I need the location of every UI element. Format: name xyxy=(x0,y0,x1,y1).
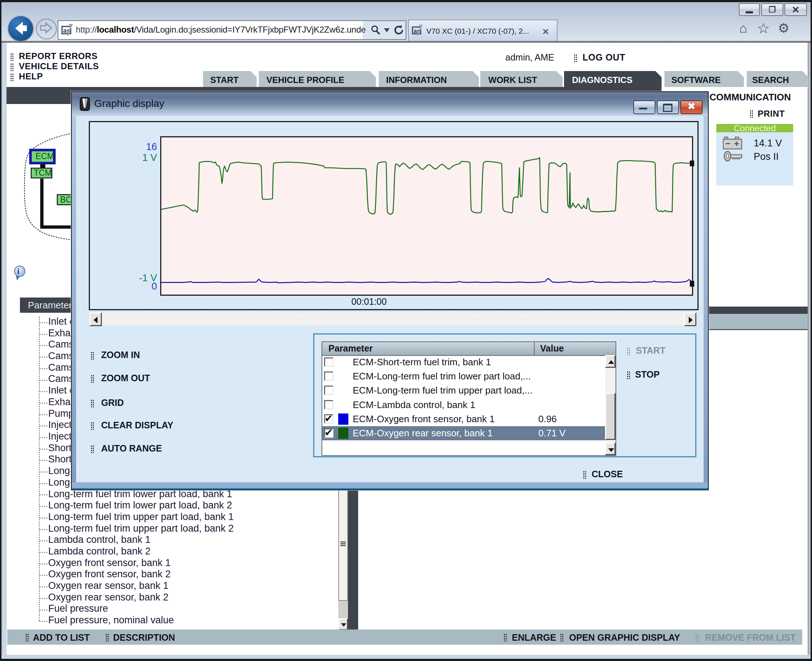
svg-text:TCM: TCM xyxy=(34,168,52,177)
svg-text:ECM: ECM xyxy=(35,152,54,161)
